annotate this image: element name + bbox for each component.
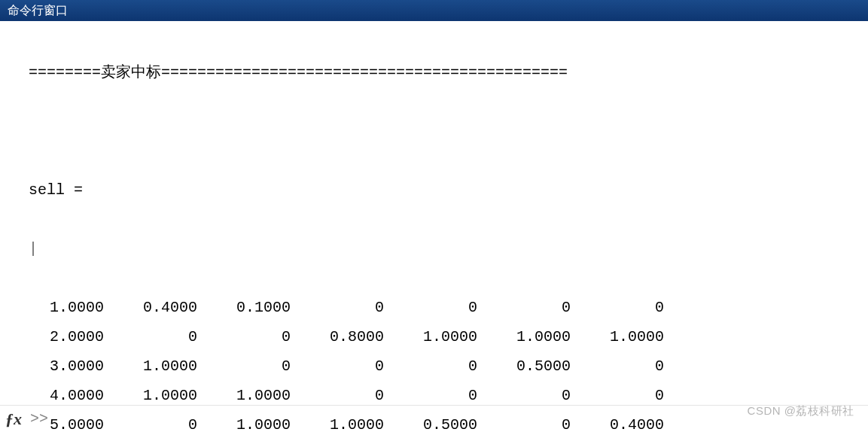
table-cell: 0 (197, 322, 291, 351)
table-cell: 3.0000 (29, 351, 104, 381)
prompt-bar: ƒx >> (0, 405, 868, 432)
table-cell: 1.0000 (104, 351, 197, 381)
prompt-symbol[interactable]: >> (27, 410, 48, 427)
table-cell: 0 (197, 351, 291, 381)
table-cell: 0 (571, 351, 664, 381)
variable-name: sell = (29, 175, 868, 205)
table-cell: 0.4000 (104, 293, 197, 322)
table-cell: 1.0000 (477, 322, 571, 351)
watermark: CSDN @荔枝科研社 (748, 404, 854, 418)
table-cell: 0.8000 (291, 322, 384, 351)
blank-line (29, 117, 868, 146)
table-cell: 0 (477, 293, 571, 322)
table-cell: 1.0000 (384, 322, 477, 351)
table-cell: 0.5000 (477, 351, 571, 381)
table-cell: 0 (384, 293, 477, 322)
table-cell: 0 (571, 293, 664, 322)
table-row: 2.0000000.80001.00001.00001.0000 (29, 322, 868, 351)
table-cell: 0 (384, 351, 477, 381)
window-title: 命令行窗口 (8, 3, 68, 19)
command-output[interactable]: ========卖家中标============================… (29, 21, 868, 432)
table-cell: 0 (291, 293, 384, 322)
fx-icon[interactable]: ƒx (0, 409, 27, 429)
table-cell: 0 (291, 351, 384, 381)
title-bar: 命令行窗口 (0, 0, 868, 21)
table-row: 3.00001.00000000.50000 (29, 351, 868, 381)
table-cell: 2.0000 (29, 322, 104, 351)
table-cell: 0 (104, 322, 197, 351)
cursor-line: | (29, 234, 868, 263)
table-cell: 1.0000 (29, 293, 104, 322)
section-header: ========卖家中标============================… (29, 58, 868, 87)
table-cell: 1.0000 (571, 322, 664, 351)
table-row: 1.00000.40000.10000000 (29, 293, 868, 322)
table-cell: 0.1000 (197, 293, 291, 322)
